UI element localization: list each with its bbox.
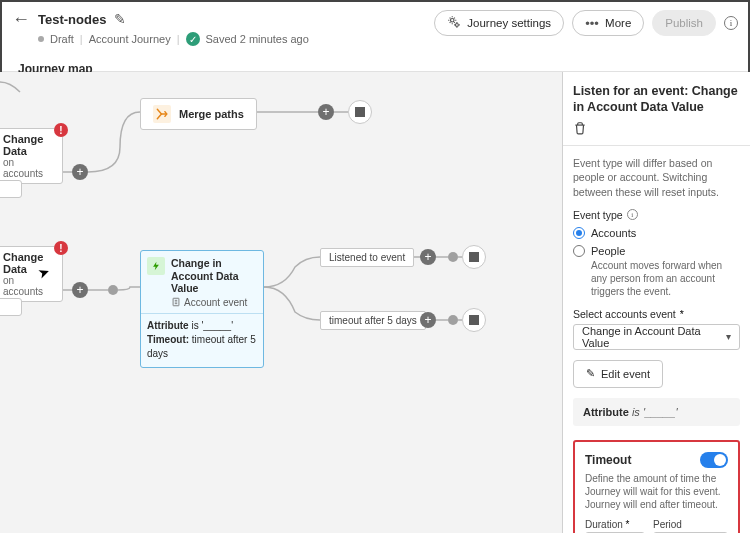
add-node-button[interactable]: + [318,104,334,120]
merge-icon [153,105,171,123]
change-data-node-1[interactable]: ! Change Data on accounts [0,128,63,184]
account-event-icon [171,297,181,307]
merge-paths-node[interactable]: Merge paths [140,98,257,130]
ev-attr-val: is '_____' [191,320,233,331]
timeout-title: Timeout [585,453,631,467]
accounts-event-value: Change in Account Data Value [582,325,726,349]
radio-people-label: People [591,245,625,257]
attribute-preview: Attribute is '_____' [573,398,740,426]
connector-dot [448,252,458,262]
attr-preview-value: is '_____' [632,406,678,418]
radio-unchecked-icon [573,245,585,257]
end-node[interactable] [462,245,486,269]
merge-paths-label: Merge paths [179,108,244,120]
radio-people-desc: Account moves forward when any person fr… [591,259,740,298]
info-icon[interactable]: i [627,209,638,220]
branch-timeout-label[interactable]: timeout after 5 days [320,311,426,330]
edit-event-button[interactable]: ✎ Edit event [573,360,663,388]
connector-dot [448,315,458,325]
error-badge-icon: ! [54,123,68,137]
sidebar-title: Listen for an event: Change in Account D… [573,84,740,115]
add-node-button[interactable]: + [420,249,436,265]
sidebar-desc: Event type will differ based on people o… [573,156,740,199]
end-node[interactable] [348,100,372,124]
radio-accounts-label: Accounts [591,227,636,239]
ev-timeout-label: Timeout: [147,334,189,345]
branch-listened-label[interactable]: Listened to event [320,248,414,267]
period-label: Period [653,519,728,530]
connectors-svg [0,72,562,533]
event-node-tag: Account event [184,297,247,308]
add-node-button[interactable]: + [72,164,88,180]
timeout-toggle[interactable] [700,452,728,468]
node1-sub: on accounts [3,157,56,179]
edit-event-label: Edit event [601,368,650,380]
delete-node-button[interactable] [573,121,740,135]
chevron-down-icon: ▾ [726,331,731,342]
error-badge-icon: ! [54,241,68,255]
change-data-node-2[interactable]: ! Change Data on accounts [0,246,63,302]
select-event-label: Select accounts event [573,308,676,320]
ev-attr-label: Attribute [147,320,189,331]
end-node[interactable] [462,308,486,332]
timeout-section: Timeout Define the amount of time the Jo… [573,440,740,533]
radio-people[interactable]: People [573,245,740,257]
journey-canvas[interactable]: Merge paths + ! Change Data on accounts … [0,72,562,533]
lightning-icon [147,257,165,275]
duration-label: Duration [585,519,623,530]
add-node-button[interactable]: + [72,282,88,298]
accounts-event-select[interactable]: Change in Account Data Value ▾ [573,324,740,350]
listen-event-node[interactable]: Change in Account Data Value Account eve… [140,250,264,368]
attr-preview-label: Attribute [583,406,629,418]
add-node-button[interactable]: + [420,312,436,328]
properties-sidebar: Listen for an event: Change in Account D… [562,72,750,533]
minor-node-1[interactable] [0,180,22,198]
event-node-title: Change in Account Data Value [171,257,257,295]
connector-dot [108,285,118,295]
event-type-label: Event type [573,209,623,221]
radio-checked-icon [573,227,585,239]
radio-accounts[interactable]: Accounts [573,227,740,239]
pencil-icon: ✎ [586,367,595,380]
minor-node-2[interactable] [0,298,22,316]
node1-title: Change Data [3,133,56,157]
timeout-desc: Define the amount of time the Journey wi… [585,472,728,511]
